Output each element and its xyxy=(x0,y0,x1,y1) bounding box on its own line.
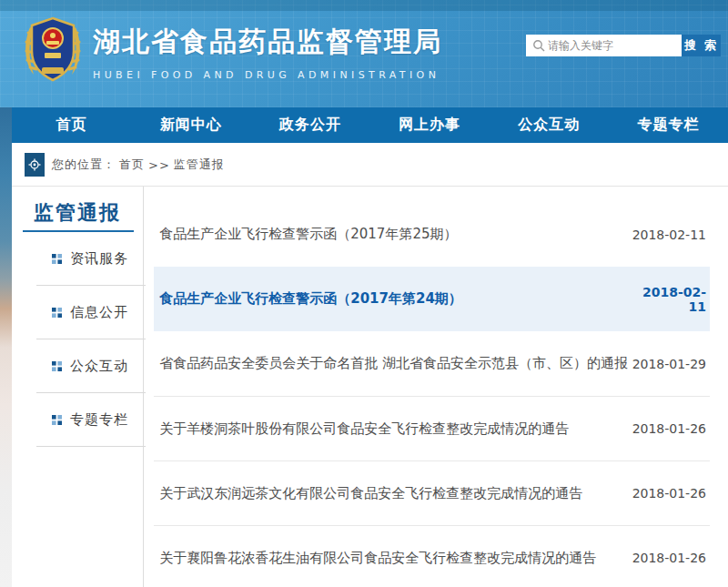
article-date: 2018-01-26 xyxy=(628,551,710,565)
article-title: 关于襄阳鲁花浓香花生油有限公司食品安全飞行检查整改完成情况的通告 xyxy=(154,550,628,567)
search-input[interactable] xyxy=(548,35,679,56)
article-date: 2018-02-11 xyxy=(628,285,710,314)
site-titles: 湖北省食品药品监督管理局 HUBEI FOOD AND DRUG ADMINIS… xyxy=(93,24,442,81)
article-date: 2018-01-26 xyxy=(628,421,710,436)
article-row[interactable]: 食品生产企业飞行检查警示函（2017年第25期） 2018-02-11 xyxy=(154,202,710,267)
breadcrumb-separator: >> xyxy=(148,158,170,172)
article-title: 食品生产企业飞行检查警示函（2017年第24期） xyxy=(154,290,628,308)
sidebar-item[interactable]: 信息公开 xyxy=(12,286,143,339)
article-list: 食品生产企业飞行检查警示函（2017年第25期） 2018-02-11 食品生产… xyxy=(144,187,728,587)
sidebar-item[interactable]: 公众互动 xyxy=(12,339,143,393)
sidebar-item[interactable]: 专题专栏 xyxy=(12,393,143,447)
article-title: 关于武汉东润远茶文化有限公司食品安全飞行检查整改完成情况的通告 xyxy=(154,485,628,502)
article-row[interactable]: 关于羊楼洞茶叶股份有限公司食品安全飞行检查整改完成情况的通告 2018-01-2… xyxy=(154,396,710,460)
article-row[interactable]: 关于襄阳鲁花浓香花生油有限公司食品安全飞行检查整改完成情况的通告 2018-01… xyxy=(154,525,710,587)
site-header: 湖北省食品药品监督管理局 HUBEI FOOD AND DRUG ADMINIS… xyxy=(0,0,728,107)
site-title: 湖北省食品药品监督管理局 xyxy=(93,24,442,61)
location-target-icon xyxy=(25,153,45,177)
nav-item[interactable]: 新闻中心 xyxy=(131,107,250,143)
article-title: 省食品药品安全委员会关于命名首批 湖北省食品安全示范县（市、区）的通报 xyxy=(154,355,628,372)
nav-item[interactable]: 公众互动 xyxy=(490,107,609,143)
nav-item[interactable]: 专题专栏 xyxy=(609,107,728,143)
article-date: 2018-01-26 xyxy=(628,486,710,501)
search-button[interactable]: 搜 索 xyxy=(682,35,721,56)
grid-squares-icon xyxy=(52,254,62,264)
article-date: 2018-02-11 xyxy=(628,228,710,242)
sidebar-item-label: 信息公开 xyxy=(70,304,128,321)
grid-squares-icon xyxy=(52,361,62,371)
nav-item[interactable]: 首页 xyxy=(12,107,131,143)
article-title: 食品生产企业飞行检查警示函（2017年第25期） xyxy=(154,226,628,243)
content-area: 监管通报 资讯服务 xyxy=(12,187,728,587)
breadcrumb-prefix: 您的位置： xyxy=(52,157,116,173)
nav-item[interactable]: 政务公开 xyxy=(250,107,369,143)
breadcrumb-current-link[interactable]: 监管通报 xyxy=(174,157,225,173)
sidebar-title: 监管通报 xyxy=(12,201,143,225)
site-search: 搜 索 xyxy=(526,35,721,56)
site-subtitle: HUBEI FOOD AND DRUG ADMINISTRATION xyxy=(93,69,442,81)
agency-badge-logo xyxy=(23,15,83,86)
grid-squares-icon xyxy=(52,308,62,318)
main-nav: 首页 新闻中心 政务公开 网上办事 公众互动 专题专栏 xyxy=(12,107,728,143)
article-title: 关于羊楼洞茶叶股份有限公司食品安全飞行检查整改完成情况的通告 xyxy=(154,420,628,438)
article-row[interactable]: 关于武汉东润远茶文化有限公司食品安全飞行检查整改完成情况的通告 2018-01-… xyxy=(154,460,710,525)
sidebar-item[interactable]: 资讯服务 xyxy=(12,232,143,286)
nav-item[interactable]: 网上办事 xyxy=(370,107,490,143)
search-box xyxy=(526,35,682,56)
sidebar-menu: 资讯服务 信息公开 xyxy=(12,232,143,447)
article-row[interactable]: 食品生产企业飞行检查警示函（2017年第24期） 2018-02-11 xyxy=(154,267,710,331)
article-date: 2018-01-29 xyxy=(628,357,710,371)
breadcrumb: 您的位置： 首页 >> 监管通报 xyxy=(12,143,728,187)
grid-squares-icon xyxy=(52,415,62,425)
article-row[interactable]: 省食品药品安全委员会关于命名首批 湖北省食品安全示范县（市、区）的通报 2018… xyxy=(154,331,710,396)
sidebar-item-label: 资讯服务 xyxy=(70,250,128,268)
breadcrumb-home-link[interactable]: 首页 xyxy=(119,157,145,173)
sidebar-item-label: 专题专栏 xyxy=(70,411,128,429)
breadcrumb-text: 您的位置： 首页 >> 监管通报 xyxy=(52,143,228,187)
search-icon xyxy=(532,39,545,52)
sidebar-item-label: 公众互动 xyxy=(70,358,128,375)
page: 湖北省食品药品监督管理局 HUBEI FOOD AND DRUG ADMINIS… xyxy=(0,0,728,587)
sidebar: 监管通报 资讯服务 xyxy=(12,187,144,587)
